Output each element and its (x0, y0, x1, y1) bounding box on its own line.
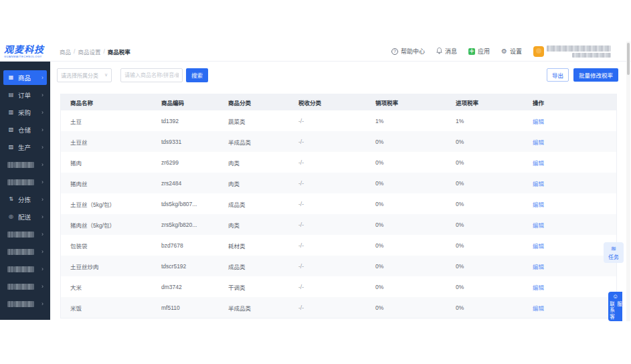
table-row: 土豆丝tds9331半成品类-/-0%0%编辑 (61, 131, 616, 152)
cell-input_rate: 0% (446, 221, 523, 228)
breadcrumb-item[interactable]: 商品设置 (78, 48, 100, 56)
column-header: 商品名称 (61, 98, 152, 106)
table-row: 土豆丝（5kg/包）tds5kg/b807...成品类-/-0%0%编辑 (61, 193, 616, 214)
sidebar-item-orders[interactable]: ▤订单› (3, 88, 47, 102)
messages-button[interactable]: 消息 (436, 47, 457, 56)
sidebar-item-redacted-3[interactable]: › (3, 227, 47, 242)
product-tax-table: 商品名称商品编码商品分类税收分类销项税率进项税率操作 土豆td1392蔬菜类-/… (60, 94, 617, 318)
edit-link[interactable]: 编辑 (533, 139, 544, 146)
factory-icon: ▨ (7, 145, 15, 150)
redacted-icon (7, 249, 14, 255)
edit-link[interactable]: 编辑 (533, 264, 544, 270)
top-header: 观麦科技 GUANMAITECHNOLOGY 商品/商品设置/商品税率 ? 帮助… (0, 41, 631, 62)
cell-tax_class: -/- (289, 180, 366, 187)
settings-label: 设置 (510, 47, 522, 56)
chevron-right-icon: › (41, 196, 43, 203)
edit-link[interactable]: 编辑 (533, 305, 544, 312)
cell-tax_class: -/- (289, 118, 366, 124)
sidebar-item-label: 商品 (18, 73, 41, 82)
settings-button[interactable]: ⚙ 设置 (501, 47, 522, 56)
brand-subtitle: GUANMAITECHNOLOGY (4, 56, 50, 58)
header-menu: ? 帮助中心 消息 ＋ 应用 ⚙ 设置 (391, 46, 631, 58)
apps-button[interactable]: ＋ 应用 (468, 47, 490, 56)
sidebar-item-goods[interactable]: ▦商品› (3, 70, 47, 85)
search-input[interactable] (120, 68, 183, 82)
cart-icon: ▥ (7, 110, 15, 115)
cell-action: 编辑 (523, 179, 616, 187)
edit-link[interactable]: 编辑 (533, 181, 544, 187)
cell-name: 猪肉丝（5kg/包） (61, 221, 152, 229)
cell-output_rate: 1% (366, 118, 446, 124)
edit-link[interactable]: 编辑 (533, 243, 544, 250)
chevron-right-icon: › (41, 109, 43, 116)
batch-edit-tax-button[interactable]: 批量修改税率 (573, 68, 618, 82)
column-header: 商品编码 (152, 98, 219, 106)
table-row: 土豆td1392蔬菜类-/-1%1%编辑 (61, 110, 616, 131)
cell-output_rate: 0% (366, 304, 446, 311)
cell-input_rate: 0% (446, 139, 523, 145)
sidebar-item-delivery[interactable]: ◎配送› (3, 209, 47, 224)
cell-code: tdscr5192 (152, 263, 219, 270)
sidebar-item-redacted-7[interactable]: › (3, 296, 47, 311)
cell-input_rate: 0% (446, 159, 523, 166)
sidebar-item-label: 采购 (18, 108, 41, 117)
sidebar-item-redacted-6[interactable]: › (3, 279, 47, 294)
cell-action: 编辑 (523, 283, 616, 291)
edit-link[interactable]: 编辑 (533, 160, 544, 167)
cell-category: 肉类 (219, 159, 289, 167)
table-row: 土豆丝炒肉tdscr5192成品类-/-0%0%编辑 (61, 256, 616, 276)
help-center-button[interactable]: ? 帮助中心 (391, 47, 425, 56)
cell-output_rate: 0% (366, 242, 446, 249)
vertical-scrollbar[interactable] (626, 41, 630, 321)
cell-action: 编辑 (523, 242, 616, 250)
toolbar-right: 导出 批量修改税率 (547, 68, 626, 82)
sidebar-item-redacted-2[interactable]: › (3, 175, 47, 189)
sort-icon: ⇅ (7, 197, 15, 202)
cell-output_rate: 0% (366, 221, 446, 228)
chevron-down-icon: ∨ (104, 72, 108, 78)
edit-link[interactable]: 编辑 (533, 222, 544, 229)
edit-link[interactable]: 编辑 (533, 118, 544, 125)
sidebar-item-production[interactable]: ▨生产› (3, 140, 47, 155)
cell-output_rate: 0% (366, 139, 446, 145)
search-button[interactable]: 搜索 (186, 68, 208, 82)
cell-output_rate: 0% (366, 263, 446, 270)
chevron-right-icon: › (41, 213, 43, 220)
chevron-right-icon: › (41, 248, 43, 255)
apps-label: 应用 (478, 47, 490, 56)
column-header: 进项税率 (446, 98, 523, 106)
sidebar-item-redacted-4[interactable]: › (3, 244, 47, 259)
chevron-right-icon: › (41, 74, 43, 81)
tasks-float-button[interactable]: ≋ 任务 (604, 242, 624, 263)
sidebar-item-redacted-5[interactable]: › (3, 262, 47, 276)
category-select[interactable]: 请选择所属分类 ∨ (57, 68, 112, 82)
edit-link[interactable]: 编辑 (533, 284, 544, 291)
cell-input_rate: 0% (446, 180, 523, 187)
sidebar-item-sorting[interactable]: ⇅分拣› (3, 192, 47, 207)
cell-tax_class: -/- (289, 201, 366, 207)
cell-code: dm3742 (152, 284, 219, 290)
sidebar-item-purchase[interactable]: ▥采购› (3, 105, 47, 120)
contact-support-float-button[interactable]: ☺ 联系客服 (608, 292, 622, 321)
brand-name: 观麦科技 (4, 45, 50, 54)
user-account[interactable] (533, 46, 611, 58)
chevron-right-icon: › (41, 179, 43, 185)
chevron-right-icon: › (41, 92, 43, 98)
breadcrumb-item[interactable]: 商品 (60, 48, 71, 56)
table-row: 猪肉丝（5kg/包）zrs5kg/b820...肉类-/-0%0%编辑 (61, 214, 616, 235)
brand-logo[interactable]: 观麦科技 GUANMAITECHNOLOGY (0, 45, 50, 58)
cell-action: 编辑 (523, 117, 616, 125)
edit-link[interactable]: 编辑 (533, 201, 544, 208)
scrollbar-thumb[interactable] (627, 43, 630, 75)
chevron-right-icon: › (41, 161, 43, 168)
cell-tax_class: -/- (289, 221, 366, 228)
sidebar-item-redacted-1[interactable]: › (3, 157, 47, 172)
sidebar-item-warehouse[interactable]: ▧仓储› (3, 122, 47, 137)
box-icon: ▧ (7, 127, 15, 132)
table-row: 包装袋bzd7678耗材类-/-0%0%编辑 (61, 235, 616, 256)
export-button[interactable]: 导出 (547, 68, 569, 82)
sidebar-item-label: 分拣 (18, 195, 41, 204)
cell-category: 肉类 (219, 179, 289, 187)
redacted-text-block (547, 46, 611, 52)
redacted-label (14, 179, 34, 185)
